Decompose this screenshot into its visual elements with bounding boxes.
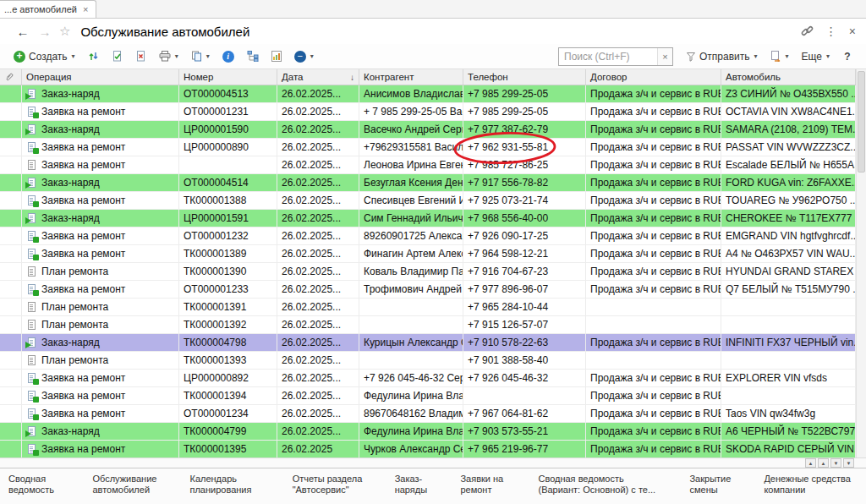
table-row[interactable]: План ремонта ТК000001391 26.02.2025... +… xyxy=(0,299,856,316)
post-document-button[interactable] xyxy=(107,47,128,67)
cell-contract: Продажа з/ч и сервис в RUB xyxy=(586,210,721,227)
cell-attachment xyxy=(0,174,22,191)
operation-icon xyxy=(26,248,38,260)
favorite-star-icon[interactable]: ☆ xyxy=(59,24,70,39)
cell-phone: +7 977 896-96-07 xyxy=(463,281,586,298)
table-row[interactable]: Заявка на ремонт ТК000001394 26.02.2025.… xyxy=(0,387,856,405)
table-row[interactable]: Заявка на ремонт 26.02.2025... Леонова И… xyxy=(0,156,856,174)
footer-link[interactable]: Отчеты раздела "Автосервис" xyxy=(293,474,372,496)
table-row[interactable]: Заказ-наряд ОТ000004513 26.02.2025... Ан… xyxy=(0,85,856,103)
table-row[interactable]: Заявка на ремонт ТК000001388 26.02.2025.… xyxy=(0,192,856,210)
search-input[interactable] xyxy=(559,48,657,65)
column-header-operation[interactable]: Операция xyxy=(22,69,179,85)
table-row[interactable]: Заказ-наряд ЦР000001591 26.02.2025... Си… xyxy=(0,210,856,227)
cell-attachment xyxy=(0,370,22,386)
column-header-label: Номер xyxy=(184,72,213,82)
close-icon[interactable]: × xyxy=(849,25,856,37)
footer-link[interactable]: Обслуживание автомобилей xyxy=(92,474,167,496)
search-clear-button[interactable]: × xyxy=(657,48,672,65)
cell-contract: Продажа з/ч и сервис в RUB xyxy=(586,103,721,120)
attachment-column-header[interactable] xyxy=(0,69,22,85)
scrollbar-thumb[interactable] xyxy=(858,71,865,173)
cell-contract: Продажа з/ч и сервис в RUB xyxy=(586,441,721,457)
operation-icon xyxy=(26,408,38,419)
footer-link[interactable]: Закрытие смены xyxy=(689,474,741,496)
column-header-counterparty[interactable]: Контрагент xyxy=(359,69,463,85)
page-title: Обслуживание автомобилей xyxy=(80,25,249,39)
window-menu-icon[interactable]: ⋮ xyxy=(825,25,837,37)
get-link-icon[interactable] xyxy=(801,25,814,39)
footer-link[interactable]: Календарь планирования xyxy=(189,474,269,496)
scroll-up-button[interactable]: ▲ xyxy=(818,458,829,468)
operation-icon xyxy=(26,390,38,402)
operation-icon xyxy=(26,88,38,100)
footer-link[interactable]: Заявки на ремонт xyxy=(460,474,515,496)
back-button[interactable]: ← xyxy=(12,22,34,41)
column-header-label: Дата xyxy=(282,72,303,82)
cell-phone: +7 964 598-12-21 xyxy=(463,245,586,262)
collapse-button[interactable]: − ▾ xyxy=(289,47,319,67)
table-row[interactable]: Заявка на ремонт ТК000001395 26.02.2025 … xyxy=(0,441,856,457)
table-row[interactable]: План ремонта ТК000001392 26.02.2025... +… xyxy=(0,316,856,334)
info-button[interactable]: i xyxy=(217,47,239,67)
table-row[interactable]: План ремонта ТК000001390 26.02.2025... К… xyxy=(0,263,856,281)
print-button[interactable]: ▾ xyxy=(154,47,184,67)
table-row[interactable]: Заказ-наряд ЦР000001590 26.02.2025... Ва… xyxy=(0,121,856,139)
table-row[interactable]: Заявка на ремонт ОТ000001231 26.02.2025.… xyxy=(0,103,856,121)
forward-button[interactable]: → xyxy=(34,22,56,41)
vertical-scrollbar[interactable] xyxy=(856,69,866,457)
copy-button[interactable]: ▾ xyxy=(186,47,215,67)
cell-operation: Заявка на ремонт xyxy=(41,372,125,384)
more-button[interactable]: Еще ▾ xyxy=(797,47,835,67)
table-row[interactable]: Заявка на ремонт ОТ000001232 26.02.2025.… xyxy=(0,227,856,245)
column-header-number[interactable]: Номер xyxy=(179,69,277,85)
tab-vehicle-service[interactable]: ...е автомобилей × xyxy=(0,0,96,18)
exchange-button[interactable] xyxy=(83,47,104,67)
scroll-last-button[interactable]: ▼ xyxy=(843,458,854,468)
table-row[interactable]: Заявка на ремонт ЦР000000890 26.02.2025.… xyxy=(0,139,856,156)
footer-link[interactable]: Сводная ведомость xyxy=(8,474,69,496)
toolbar: + Создать ▾ xyxy=(0,44,866,69)
table-row[interactable]: Заказ-наряд ТК000004799 26.02.2025... Фе… xyxy=(0,423,856,441)
scroll-first-button[interactable]: ▲ xyxy=(805,458,816,468)
create-based-on-button[interactable]: ▾ xyxy=(765,47,794,67)
cell-attachment xyxy=(0,103,22,120)
cell-date: 26.02.2025... xyxy=(277,334,359,351)
cell-operation-wrap: Заявка на ремонт xyxy=(22,227,179,244)
table-row[interactable]: Заявка на ремонт ТК000001389 26.02.2025.… xyxy=(0,245,856,263)
column-header-phone[interactable]: Телефон xyxy=(463,69,586,85)
cell-counterparty: Курицын Александр Серге... xyxy=(359,334,463,351)
cell-phone: +7 977 387-62-79 xyxy=(463,121,586,138)
operation-icon xyxy=(26,319,38,331)
column-header-contract[interactable]: Договор xyxy=(586,69,721,85)
table-row[interactable]: Заказ-наряд ТК000004798 26.02.2025... Ку… xyxy=(0,334,856,352)
cell-date: 26.02.2025... xyxy=(277,423,359,440)
table-row[interactable]: План ремонта ТК000001393 26.02.2025... +… xyxy=(0,352,856,370)
column-header-vehicle[interactable]: Автомобиль xyxy=(721,69,856,85)
help-button[interactable]: ? xyxy=(837,47,858,67)
scroll-down-button[interactable]: ▼ xyxy=(830,458,841,468)
cell-vehicle: EXPLORER VIN vfsds xyxy=(721,370,856,386)
cell-vehicle: Escalade БЕЛЫЙ № Н655А... xyxy=(721,156,856,173)
operation-icon xyxy=(26,425,38,437)
operation-icon xyxy=(26,159,38,171)
column-header-date[interactable]: Дата ↓ xyxy=(277,69,359,85)
footer-link[interactable]: Сводная ведомость (Вариант: Основной) с … xyxy=(538,474,666,496)
cell-date: 26.02.2025... xyxy=(277,85,359,102)
table-row[interactable]: Заявка на ремонт ОТ000001234 26.02.2025.… xyxy=(0,405,856,423)
table-row[interactable]: Заказ-наряд ОТ000004514 26.02.2025... Бе… xyxy=(0,174,856,192)
cell-attachment xyxy=(0,405,22,422)
tab-close-icon[interactable]: × xyxy=(83,4,88,14)
table-row[interactable]: Заявка на ремонт ОТ000001233 26.02.2025.… xyxy=(0,281,856,299)
table-row[interactable]: Заявка на ремонт ЦР000000892 26.02.2025.… xyxy=(0,370,856,387)
tree-view-button[interactable] xyxy=(242,47,264,67)
cell-operation: Заказ-наряд xyxy=(41,337,100,348)
cell-contract: Продажа з/ч и сервис в RUB xyxy=(586,139,721,156)
report-button[interactable] xyxy=(266,47,287,67)
create-button[interactable]: + Создать ▾ xyxy=(8,47,80,67)
unpost-document-button[interactable] xyxy=(130,47,151,67)
send-button[interactable]: Отправить ▾ xyxy=(681,47,763,67)
footer-link[interactable]: Заказ-наряды xyxy=(395,474,438,496)
footer-link[interactable]: Денежные средства компании xyxy=(764,474,858,496)
cell-operation-wrap: Заказ-наряд xyxy=(22,174,179,191)
